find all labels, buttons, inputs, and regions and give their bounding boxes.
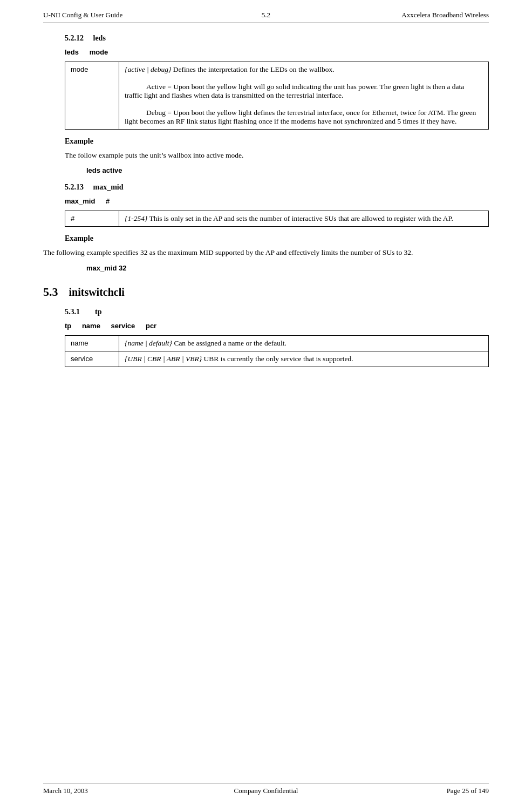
tp-command-params2: service — [111, 322, 135, 330]
tp-param-table: name {name | default} Can be assigned a … — [65, 335, 489, 367]
tp-service-italic: {UBR | CBR | ABR | VBR} — [125, 355, 202, 363]
section-5-3-1-number: 5.3.1 — [65, 308, 80, 316]
leds-active-desc: Active = Upon boot the yellow light will… — [125, 83, 483, 100]
table-row: mode {active | debug} Defines the interp… — [65, 62, 489, 130]
section-5-2-12-title: leds — [93, 34, 106, 42]
tp-command-params1: name — [82, 322, 100, 330]
max-mid-command-params: # — [106, 197, 110, 205]
tp-service-text: UBR is currently the only service that i… — [202, 355, 353, 363]
page: U-NII Config & User Guide 5.2 Axxcelera … — [0, 0, 532, 806]
table-row: service {UBR | CBR | ABR | VBR} UBR is c… — [65, 351, 489, 367]
section-5-2-12-heading: 5.2.12 leds — [65, 34, 489, 43]
table-row: # {1-254} This is only set in the AP and… — [65, 211, 489, 227]
section-5-3-heading: 5.3 initswitchcli — [43, 285, 489, 299]
leds-command-params: mode — [90, 48, 108, 56]
tp-command-label: tp — [65, 322, 71, 330]
tp-name-text: Can be assigned a name or the default. — [172, 339, 287, 347]
tp-command-params3: pcr — [146, 322, 156, 330]
max-mid-param-name: # — [65, 211, 119, 227]
section-5-2-12-number: 5.2.12 — [65, 34, 84, 42]
max-mid-command-line: max_mid # — [65, 197, 489, 205]
section-5-3-title: initswitchcli — [69, 286, 125, 298]
leds-param-name: mode — [65, 62, 119, 130]
tp-name-param: name — [65, 335, 119, 351]
leds-command-line: leds mode — [65, 48, 489, 56]
tp-name-description: {name | default} Can be assigned a name … — [119, 335, 489, 351]
header-left: U-NII Config & User Guide — [43, 11, 192, 19]
leds-example-command: leds active — [86, 166, 489, 174]
leds-command-label: leds — [65, 48, 79, 56]
section-5-2-13-heading: 5.2.13 max_mid — [65, 183, 489, 192]
leds-param-description: {active | debug} Defines the interpretat… — [119, 62, 489, 130]
footer-page: Page 25 of 149 — [340, 787, 489, 795]
tp-service-description: {UBR | CBR | ABR | VBR} UBR is currently… — [119, 351, 489, 367]
max-mid-example-command: max_mid 32 — [86, 264, 489, 272]
section-5-3-number: 5.3 — [43, 285, 58, 299]
max-mid-param-description: {1-254} This is only set in the AP and s… — [119, 211, 489, 227]
section-5-2-13-title: max_mid — [93, 183, 124, 191]
leds-example-text: The follow example puts the unit’s wallb… — [65, 150, 489, 161]
footer-confidential: Company Confidential — [192, 787, 340, 795]
max-mid-example-heading: Example — [65, 234, 489, 243]
table-row: name {name | default} Can be assigned a … — [65, 335, 489, 351]
max-mid-param-italic: {1-254} — [125, 214, 147, 222]
content: 5.2.12 leds leds mode mode {active | deb… — [43, 34, 489, 407]
max-mid-param-table: # {1-254} This is only set in the AP and… — [65, 211, 489, 227]
leds-param-table: mode {active | debug} Defines the interp… — [65, 62, 489, 130]
leds-param-italic: {active | debug} — [125, 65, 171, 73]
max-mid-param-text: This is only set in the AP and sets the … — [147, 214, 453, 222]
section-5-2-13-number: 5.2.13 — [65, 183, 84, 191]
section-5-3-1-title: tp — [95, 308, 101, 316]
footer-date: March 10, 2003 — [43, 787, 192, 795]
tp-command-line: tp name service pcr — [65, 322, 489, 330]
tp-service-param: service — [65, 351, 119, 367]
header-right: Axxcelera Broadband Wireless — [340, 11, 489, 19]
header-center: 5.2 — [192, 11, 340, 19]
max-mid-example-text: The following example specifies 32 as th… — [43, 247, 489, 258]
leds-param-text1: Defines the interpretation for the LEDs … — [171, 65, 334, 73]
leds-debug-desc: Debug = Upon boot the yellow light defin… — [125, 109, 483, 126]
page-footer: March 10, 2003 Company Confidential Page… — [43, 783, 489, 795]
leds-example-heading: Example — [65, 137, 489, 146]
tp-name-italic: {name | default} — [125, 339, 172, 347]
section-5-3-1-heading: 5.3.1 tp — [65, 308, 489, 316]
max-mid-command-label: max_mid — [65, 197, 95, 205]
page-header: U-NII Config & User Guide 5.2 Axxcelera … — [43, 11, 489, 23]
